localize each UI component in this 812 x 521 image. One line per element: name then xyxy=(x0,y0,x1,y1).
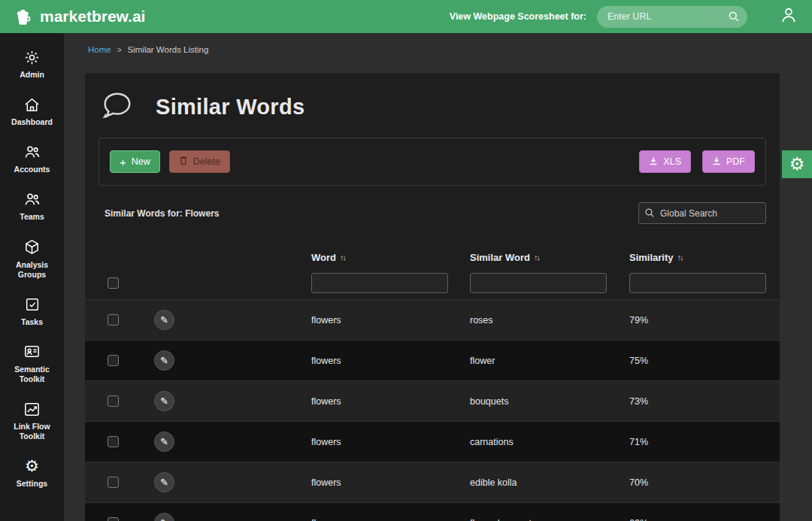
edit-row-button[interactable]: ✎ xyxy=(154,350,174,371)
row-similarity: 69% xyxy=(629,518,780,521)
column-header-word[interactable]: Word↑↓ xyxy=(311,252,470,263)
row-checkbox[interactable] xyxy=(108,477,119,488)
pencil-icon: ✎ xyxy=(160,355,168,366)
scoresheet-label: View Webpage Scoresheet for: xyxy=(450,11,586,22)
row-similarity: 71% xyxy=(629,437,780,447)
row-word: flowers xyxy=(311,437,470,447)
delete-button[interactable]: Delete xyxy=(169,150,230,173)
sidebar-item-analysis-groups[interactable]: Analysis Groups xyxy=(0,238,64,280)
table-row: ✎ flowers flower bouquets 69% xyxy=(85,502,780,521)
pdf-export-button[interactable]: PDF xyxy=(702,150,755,173)
pencil-icon: ✎ xyxy=(160,477,168,488)
user-account-icon[interactable] xyxy=(779,5,798,28)
edit-row-button[interactable]: ✎ xyxy=(154,513,174,521)
check-square-icon xyxy=(24,295,41,314)
chat-bubble-icon xyxy=(98,88,135,126)
gear-icon: ⚙ xyxy=(789,154,805,174)
row-similarity: 70% xyxy=(629,477,780,488)
users-icon xyxy=(23,190,41,208)
row-checkbox[interactable] xyxy=(108,314,119,326)
sidebar-item-label: Admin xyxy=(17,70,47,80)
sidebar-item-label: Accounts xyxy=(11,165,53,174)
xls-export-button[interactable]: XLS xyxy=(639,150,691,173)
sidebar-item-link-flow-toolkit[interactable]: Link Flow Toolkit xyxy=(0,400,64,441)
download-icon xyxy=(712,156,721,168)
select-all-checkbox[interactable] xyxy=(108,277,119,289)
gear-icon: ⚙ xyxy=(25,457,39,475)
edit-row-button[interactable]: ✎ xyxy=(154,310,174,330)
similar-words-panel: Similar Words + New Delete xyxy=(85,73,780,521)
sidebar-item-label: Tasks xyxy=(18,317,46,327)
search-icon xyxy=(644,207,655,221)
row-word: flowers xyxy=(311,356,470,366)
pencil-icon: ✎ xyxy=(160,517,168,521)
similarity-filter-input[interactable] xyxy=(629,273,766,293)
column-header-similar-word[interactable]: Similar Word↑↓ xyxy=(470,252,629,263)
pencil-icon: ✎ xyxy=(160,395,168,407)
row-similar: roses xyxy=(470,315,629,326)
settings-flyout-button[interactable]: ⚙ xyxy=(782,150,812,178)
trash-icon xyxy=(179,156,188,168)
table-row: ✎ flowers roses 79% xyxy=(85,299,780,340)
sidebar-item-label: Link Flow Toolkit xyxy=(0,422,64,441)
sidebar-item-settings[interactable]: ⚙ Settings xyxy=(0,457,64,489)
sidebar-item-admin[interactable]: Admin xyxy=(0,48,64,80)
row-similar: bouquets xyxy=(470,396,629,407)
search-icon[interactable] xyxy=(728,11,740,26)
row-word: flowers xyxy=(311,396,470,407)
row-similarity: 75% xyxy=(629,356,780,366)
users-icon xyxy=(23,143,41,161)
edit-row-button[interactable]: ✎ xyxy=(154,432,174,452)
sidebar-item-tasks[interactable]: Tasks xyxy=(0,295,64,327)
row-word: flowers xyxy=(311,315,470,326)
beer-mug-icon xyxy=(14,7,33,26)
pencil-icon: ✎ xyxy=(160,314,168,326)
table-row: ✎ flowers carnations 71% xyxy=(85,421,780,462)
sidebar-item-teams[interactable]: Teams xyxy=(0,190,64,222)
row-similar: flower xyxy=(470,356,629,366)
sidebar: Admin Dashboard Accounts Teams xyxy=(0,33,64,521)
edit-row-button[interactable]: ✎ xyxy=(154,391,174,411)
id-card-icon xyxy=(23,343,41,361)
sort-icon: ↑↓ xyxy=(340,253,345,262)
new-button[interactable]: + New xyxy=(110,150,160,173)
download-icon xyxy=(649,156,658,168)
cube-icon xyxy=(23,238,41,256)
row-checkbox[interactable] xyxy=(108,436,119,447)
row-checkbox[interactable] xyxy=(108,395,119,407)
column-header-similarity[interactable]: Similarity↑↓ xyxy=(629,252,780,263)
sidebar-item-label: Dashboard xyxy=(8,117,56,127)
row-word: flowers xyxy=(311,518,470,521)
similar-words-table: Word↑↓ Similar Word↑↓ Similarity↑↓ ✎ xyxy=(85,248,780,521)
chart-icon xyxy=(23,400,41,418)
row-similar: edible kolla xyxy=(470,477,629,488)
main-content: Home > Similar Words Listing Similar Wor… xyxy=(64,33,812,521)
edit-row-button[interactable]: ✎ xyxy=(154,472,174,492)
sidebar-item-dashboard[interactable]: Dashboard xyxy=(0,95,64,127)
sidebar-item-accounts[interactable]: Accounts xyxy=(0,143,64,174)
table-body: ✎ flowers roses 79% ✎ flowers flower 75%… xyxy=(85,299,780,521)
breadcrumb-home-link[interactable]: Home xyxy=(88,45,111,54)
sidebar-item-label: Settings xyxy=(14,479,50,489)
sort-icon: ↑↓ xyxy=(677,253,683,262)
chevron-right-icon: > xyxy=(117,46,122,54)
top-bar: marketbrew.ai View Webpage Scoresheet fo… xyxy=(0,0,812,33)
sidebar-item-label: Analysis Groups xyxy=(0,260,64,280)
similar-word-filter-input[interactable] xyxy=(470,273,607,293)
row-checkbox[interactable] xyxy=(108,517,119,521)
row-similar: flower bouquets xyxy=(470,518,629,521)
pencil-icon: ✎ xyxy=(160,436,168,447)
brand-logo[interactable]: marketbrew.ai xyxy=(14,7,145,26)
row-similarity: 79% xyxy=(629,315,780,326)
sidebar-item-label: Teams xyxy=(17,212,47,222)
sun-icon xyxy=(23,48,41,66)
breadcrumb-current: Similar Words Listing xyxy=(128,45,209,54)
context-label: Similar Words for: Flowers xyxy=(105,208,219,219)
row-checkbox[interactable] xyxy=(108,355,119,366)
word-filter-input[interactable] xyxy=(311,273,448,293)
sidebar-item-semantic-toolkit[interactable]: Semantic Toolkit xyxy=(0,343,64,384)
table-row: ✎ flowers edible kolla 70% xyxy=(85,462,780,502)
home-icon xyxy=(23,95,41,114)
global-search-input[interactable] xyxy=(638,202,766,224)
url-input[interactable] xyxy=(597,6,747,28)
